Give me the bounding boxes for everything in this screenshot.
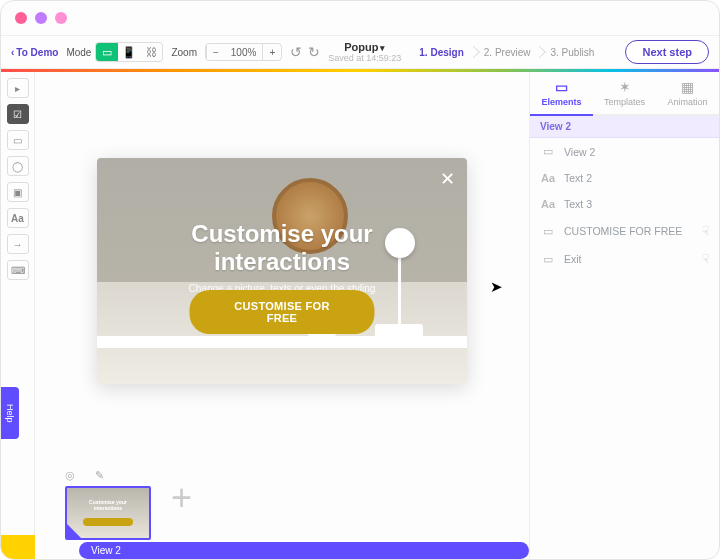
text-icon: Aa — [540, 198, 556, 210]
zoom-label: Zoom — [171, 47, 197, 58]
add-view-button[interactable]: + — [171, 477, 192, 519]
window-dot-icon — [35, 12, 47, 24]
tool-circle[interactable]: ◯ — [7, 156, 29, 176]
device-toggle[interactable]: ▭ 📱 ⛓ — [95, 42, 163, 62]
undo-icon[interactable]: ↺ — [290, 44, 302, 60]
tool-arrow[interactable]: → — [7, 234, 29, 254]
button-icon: ▭ — [540, 253, 556, 266]
templates-icon: ✶ — [619, 79, 631, 95]
mode-label: Mode — [66, 47, 91, 58]
top-toolbar: ‹To Demo Mode ▭ 📱 ⛓ Zoom − 100% + ↺ ↻ Po… — [1, 35, 719, 69]
cta-button[interactable]: CUSTOMISE FOR FREE — [190, 290, 375, 334]
close-icon[interactable]: ✕ — [440, 168, 455, 190]
app-window: ‹To Demo Mode ▭ 📱 ⛓ Zoom − 100% + ↺ ↻ Po… — [0, 0, 720, 560]
tool-rect[interactable]: ☑ — [7, 104, 29, 124]
mobile-icon[interactable]: 📱 — [118, 43, 140, 61]
target-icon[interactable]: ◎ — [65, 469, 75, 482]
tab-animation[interactable]: ▦Animation — [656, 72, 719, 114]
popup-preview[interactable]: ✕ Customise yourinteractions Change a pi… — [97, 158, 467, 384]
zoom-minus-button[interactable]: − — [206, 44, 225, 60]
interaction-icon: ☟ — [702, 224, 709, 238]
active-corner-icon — [67, 524, 81, 538]
text-icon: Aa — [540, 172, 556, 184]
shelf-decoration — [97, 336, 467, 348]
zoom-control[interactable]: − 100% + — [205, 43, 282, 61]
help-tab[interactable]: Help — [1, 387, 19, 439]
step-preview[interactable]: 2. Preview — [474, 43, 541, 62]
tool-text[interactable]: Aa — [7, 208, 29, 228]
left-toolrail: ▸ ☑ ▭ ◯ ▣ Aa → ⌨ Help — [1, 72, 35, 559]
zoom-value: 100% — [225, 44, 263, 60]
zoom-plus-button[interactable]: + — [262, 44, 281, 60]
link-icon[interactable]: ⛓ — [140, 43, 162, 61]
window-dot-icon — [55, 12, 67, 24]
edit-icon[interactable]: ✎ — [95, 469, 104, 482]
tool-image[interactable]: ▣ — [7, 182, 29, 202]
tab-templates[interactable]: ✶Templates — [593, 72, 656, 114]
step-publish[interactable]: 3. Publish — [540, 43, 604, 62]
popup-copy: Customise yourinteractions Change a pict… — [97, 220, 467, 294]
desktop-icon[interactable]: ▭ — [96, 43, 118, 61]
frame-icon: ▭ — [540, 145, 556, 158]
tool-input[interactable]: ⌨ — [7, 260, 29, 280]
document-title[interactable]: Popup▾ Saved at 14:59:23 — [328, 41, 401, 64]
workspace: ▸ ☑ ▭ ◯ ▣ Aa → ⌨ Help ✕ — [1, 72, 719, 559]
step-design[interactable]: 1. Design — [409, 43, 473, 62]
canvas[interactable]: ✕ Customise yourinteractions Change a pi… — [35, 72, 529, 450]
history-controls: ↺ ↻ — [290, 44, 320, 60]
layer-list: ▭View 2 AaText 2 AaText 3 ▭CUSTOMISE FOR… — [530, 138, 719, 273]
mode-group: Mode ▭ 📱 ⛓ — [66, 42, 163, 62]
layer-item[interactable]: AaText 2 — [530, 165, 719, 191]
saved-status: Saved at 14:59:23 — [328, 54, 401, 64]
next-step-button[interactable]: Next step — [625, 40, 709, 64]
tool-frame[interactable]: ▭ — [7, 130, 29, 150]
right-panel: ▭Elements ✶Templates ▦Animation View 2 ▭… — [529, 72, 719, 559]
layers-toggle[interactable] — [1, 535, 35, 559]
window-titlebar — [1, 1, 719, 35]
redo-icon[interactable]: ↻ — [308, 44, 320, 60]
wizard-steps: 1. Design 2. Preview 3. Publish — [409, 43, 604, 62]
tool-select[interactable]: ▸ — [7, 78, 29, 98]
window-dot-icon — [15, 12, 27, 24]
back-link[interactable]: ‹To Demo — [11, 47, 58, 58]
view-name-pill[interactable]: View 2 — [79, 542, 529, 559]
tab-elements[interactable]: ▭Elements — [530, 72, 593, 116]
animation-icon: ▦ — [681, 79, 694, 95]
elements-icon: ▭ — [555, 79, 568, 95]
view-thumbnail[interactable]: Customise yourinteractions — [65, 486, 151, 540]
views-strip: ◎ ✎ Customise yourinteractions + — [35, 450, 529, 546]
canvas-column: ✕ Customise yourinteractions Change a pi… — [35, 72, 529, 559]
panel-tabs: ▭Elements ✶Templates ▦Animation — [530, 72, 719, 116]
layer-item[interactable]: ▭Exit☟ — [530, 245, 719, 273]
layers-header: View 2 — [530, 116, 719, 138]
cursor-icon: ➤ — [490, 278, 503, 296]
layer-item[interactable]: AaText 3 — [530, 191, 719, 217]
button-icon: ▭ — [540, 225, 556, 238]
chevron-down-icon: ▾ — [380, 43, 385, 53]
interaction-icon: ☟ — [702, 252, 709, 266]
layer-item[interactable]: ▭CUSTOMISE FOR FREE☟ — [530, 217, 719, 245]
layer-item[interactable]: ▭View 2 — [530, 138, 719, 165]
chevron-left-icon: ‹ — [11, 47, 14, 58]
